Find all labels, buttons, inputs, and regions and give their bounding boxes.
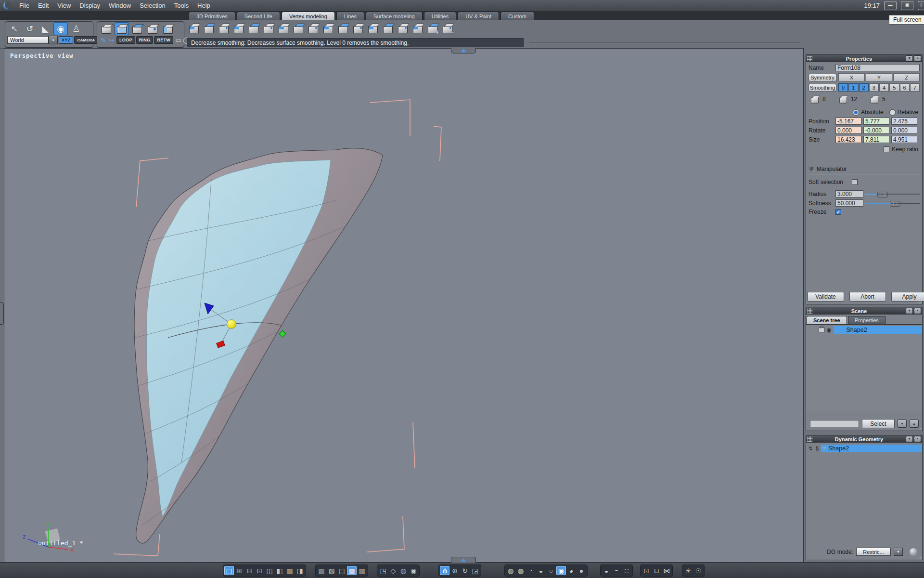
paint-select-icon[interactable]: ✎ — [99, 37, 107, 44]
viewport-canvas[interactable]: Y X Z untitled_1 * — [4, 49, 803, 562]
grid-floor-icon[interactable]: ▦ — [347, 566, 357, 575]
object-mode-icon[interactable] — [99, 22, 114, 35]
betw-button[interactable]: BETW — [154, 36, 173, 44]
face-tool-icon[interactable]: ◣ — [38, 22, 52, 35]
workspace-tab[interactable]: Custom — [500, 12, 534, 20]
rotate-y-input[interactable] — [863, 127, 889, 134]
fit-view-icon[interactable]: ◳ — [378, 566, 388, 575]
panel-menu-icon[interactable]: ▼ — [906, 436, 913, 442]
size-z-input[interactable] — [891, 136, 917, 143]
textured-icon[interactable]: ◕ — [566, 566, 576, 575]
radius-input[interactable] — [835, 190, 863, 197]
layout-single-icon[interactable]: ▢ — [224, 566, 234, 575]
keep-ratio-checkbox[interactable] — [884, 146, 889, 152]
drag-handle-icon[interactable] — [807, 308, 812, 314]
rect-select-icon[interactable]: ▭ — [174, 37, 182, 44]
dg-mode-dropdown-icon[interactable]: ▼ — [894, 548, 903, 556]
rotate-x-input[interactable] — [835, 127, 861, 134]
menu-item[interactable]: Tools — [170, 1, 193, 10]
workspace-tab[interactable]: UV & Paint — [458, 12, 499, 20]
dg-sphere-icon[interactable] — [910, 548, 917, 556]
relative-radio[interactable]: Relative — [889, 109, 918, 116]
grid-y-plane-icon[interactable]: ▥ — [357, 566, 367, 575]
viewport-collapse-top[interactable] — [451, 48, 476, 53]
shaded-wireframe-icon[interactable]: ◒ — [536, 566, 546, 575]
select-up-button[interactable]: ▲ — [910, 420, 919, 428]
sphere-tool-icon[interactable]: ◉ — [53, 22, 68, 35]
layout-two-rows-icon[interactable]: ▥ — [285, 566, 295, 575]
workspace-tab[interactable]: Surface modeling — [366, 12, 423, 20]
flip-face-icon[interactable] — [307, 22, 320, 35]
drag-handle-icon[interactable] — [807, 56, 812, 61]
smoothing-button[interactable]: Smoothing — [808, 84, 836, 92]
stretch-icon[interactable] — [382, 22, 394, 35]
absolute-radio[interactable]: Absolute — [853, 109, 884, 116]
twist-icon[interactable] — [397, 22, 409, 35]
panel-menu-icon[interactable]: ▼ — [906, 308, 913, 314]
dg-lightning-icon[interactable]: ↯ — [808, 445, 813, 452]
panel-close-icon[interactable]: × — [914, 55, 921, 62]
dense-wireframe-icon[interactable]: ◍ — [516, 566, 526, 575]
rotate-z-input[interactable] — [891, 127, 917, 134]
scene-tab[interactable]: Properties — [848, 316, 886, 324]
increase-smoothing-icon[interactable] — [426, 22, 439, 35]
menu-item[interactable]: Edit — [34, 1, 53, 10]
properties-header[interactable]: Properties ▼ × — [806, 55, 922, 62]
viewport-collapse-bottom[interactable] — [451, 557, 476, 563]
look-at-icon[interactable]: ◉ — [409, 566, 418, 575]
show-all-icon[interactable]: ∷ — [622, 566, 631, 575]
dissolve-icon[interactable] — [367, 22, 379, 35]
chamfer-tool-icon[interactable] — [188, 22, 200, 35]
bounding-box-icon[interactable]: ⊡ — [642, 566, 651, 575]
smooth-wireframe-icon[interactable]: ◉ — [556, 566, 566, 575]
scene-tree[interactable]: ◉ Shape2 — [806, 324, 922, 411]
layout-three-left-icon[interactable]: ◫ — [265, 566, 274, 575]
panel-menu-icon[interactable]: ▼ — [906, 55, 913, 62]
menu-item[interactable]: Display — [75, 1, 104, 10]
position-z-input[interactable] — [891, 118, 917, 125]
scene-filter-input[interactable] — [810, 420, 859, 427]
manipulator-center-ball[interactable] — [227, 320, 236, 329]
menu-item[interactable]: View — [53, 1, 75, 10]
object-snap-icon[interactable]: ▧ — [327, 566, 336, 575]
resize-grip[interactable] — [917, 555, 922, 559]
select-arrow-icon[interactable]: ↖ — [7, 22, 22, 35]
layout-two-columns-icon[interactable]: ◨ — [295, 566, 305, 575]
drag-handle-icon[interactable] — [807, 436, 812, 442]
edge-mode-icon[interactable] — [130, 22, 144, 35]
world-dropdown-icon[interactable]: ▼ — [49, 36, 58, 44]
panel-close-icon[interactable]: × — [914, 308, 921, 314]
position-y-input[interactable] — [863, 118, 889, 125]
workspace-tab[interactable]: Vertex modeling — [282, 12, 335, 20]
face-mode-icon[interactable] — [115, 22, 129, 35]
menu-item[interactable]: Help — [193, 1, 215, 10]
target-weld-icon[interactable] — [337, 22, 349, 35]
expand-triangle-icon[interactable] — [822, 447, 827, 450]
layout-quad-icon[interactable]: ⊞ — [234, 566, 244, 575]
soft-selection-checkbox[interactable] — [852, 179, 858, 185]
close-button[interactable]: ❘ — [918, 1, 924, 10]
extract-face-icon[interactable] — [247, 22, 260, 35]
bridge-faces-icon[interactable] — [352, 22, 364, 35]
manipulator-green-point[interactable] — [279, 330, 286, 337]
xyz-button[interactable]: XYZ — [59, 36, 73, 44]
wireframe-icon[interactable]: ◍ — [506, 566, 515, 575]
smoothing-level-button[interactable]: 5 — [889, 83, 899, 92]
eye-icon[interactable]: ◉ — [826, 328, 831, 332]
menu-item[interactable]: File — [15, 1, 34, 10]
rotate-tool-icon[interactable]: ↺ — [23, 22, 37, 35]
show-backfaces-icon[interactable]: ◓ — [612, 566, 621, 575]
radius-slider[interactable] — [865, 191, 920, 197]
action-button[interactable]: Apply — [891, 292, 924, 302]
dynamic-geometry-header[interactable]: Dynamic Geometry ▼ × — [806, 435, 922, 443]
layout-three-right-icon[interactable]: ◧ — [275, 566, 284, 575]
smoothing-level-button[interactable]: 7 — [910, 83, 920, 92]
center-selection-icon[interactable]: ◇ — [388, 566, 398, 575]
smooth-cube-icon[interactable] — [203, 22, 215, 35]
size-x-input[interactable] — [835, 136, 861, 143]
layout-three-bottom-icon[interactable]: ⊟ — [244, 566, 254, 575]
show-symmetry-icon[interactable]: ⋈ — [662, 566, 671, 575]
flat-shade-icon[interactable]: ◔ — [526, 566, 536, 575]
element-mode-icon[interactable] — [161, 22, 175, 35]
rotate-manip-icon[interactable]: ↻ — [460, 566, 470, 575]
